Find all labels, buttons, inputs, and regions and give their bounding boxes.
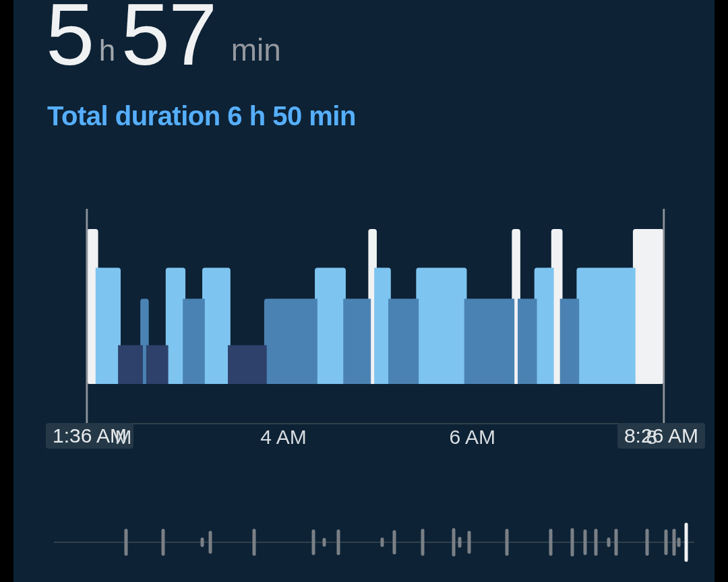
svg-rect-19	[549, 268, 554, 385]
svg-rect-18	[532, 299, 537, 385]
motion-marker	[672, 529, 675, 556]
svg-rect-17	[518, 299, 523, 385]
motion-marker	[505, 529, 508, 556]
svg-rect-21	[574, 299, 580, 385]
motion-marker	[458, 537, 462, 548]
motion-marker	[393, 530, 396, 554]
svg-rect-2	[138, 346, 143, 385]
motion-current-marker[interactable]	[685, 523, 688, 562]
stage-segment	[466, 299, 512, 385]
minutes-unit: min	[231, 32, 281, 67]
motion-marker	[252, 529, 255, 556]
svg-rect-9	[312, 299, 317, 385]
stage-segment	[391, 299, 417, 385]
hours-value: 5	[46, 0, 93, 84]
svg-rect-15	[464, 299, 470, 385]
motion-marker	[595, 529, 598, 556]
sleep-stage-chart[interactable]	[59, 202, 700, 424]
hours-unit: h	[99, 34, 115, 67]
motion-marker	[380, 538, 384, 547]
stage-segment	[166, 268, 185, 385]
x-axis-tick: 6 AM	[450, 426, 495, 449]
svg-rect-16	[510, 299, 515, 385]
svg-rect-5	[183, 299, 188, 385]
svg-rect-22	[630, 268, 636, 385]
stage-segment	[231, 346, 264, 385]
svg-rect-4	[163, 346, 169, 385]
motion-marker	[615, 529, 618, 556]
x-axis-tick: M	[115, 426, 132, 449]
end-time-chip: 8:26 AM	[617, 423, 705, 449]
svg-rect-13	[388, 299, 394, 385]
svg-rect-7	[228, 346, 233, 385]
stage-segment	[633, 229, 664, 384]
motion-marker	[549, 529, 552, 556]
sleep-score-headline: 5 h 57 min	[46, 0, 281, 85]
svg-rect-0	[96, 268, 101, 385]
svg-rect-1	[118, 346, 123, 385]
motion-strip-axis	[54, 542, 694, 543]
x-axis: 1:36 AM 8:26 AM M4 AM6 AM8	[59, 426, 700, 450]
motion-marker	[571, 528, 574, 556]
motion-marker	[646, 529, 649, 556]
svg-rect-20	[560, 299, 566, 385]
motion-marker	[322, 538, 326, 547]
sleep-stage-svg	[59, 202, 700, 424]
svg-rect-10	[343, 299, 348, 385]
stage-segment	[416, 268, 466, 385]
stage-segment	[315, 268, 346, 385]
minutes-value: 57	[121, 0, 216, 84]
sleep-stage-panel: 5 h 57 min Total duration 6 h 50 min 1:3…	[13, 0, 715, 582]
motion-marker	[665, 529, 668, 555]
svg-rect-14	[414, 299, 419, 385]
svg-rect-12	[374, 268, 380, 385]
svg-rect-11	[366, 299, 371, 385]
motion-marker	[452, 528, 456, 556]
motion-marker	[208, 531, 212, 554]
motion-marker	[336, 529, 340, 555]
motion-marker	[677, 538, 680, 547]
stage-segment	[264, 299, 315, 385]
x-axis-tick: 8	[646, 426, 657, 449]
motion-marker	[583, 529, 586, 555]
motion-marker	[201, 538, 204, 547]
total-duration-label: Total duration 6 h 50 min	[47, 101, 356, 131]
motion-marker	[468, 531, 471, 554]
motion-marker	[607, 538, 610, 547]
svg-rect-3	[146, 346, 152, 385]
motion-marker	[421, 529, 424, 556]
motion-marker	[124, 529, 127, 556]
stage-segment	[576, 268, 633, 385]
x-axis-tick: 4 AM	[260, 426, 306, 449]
svg-rect-6	[200, 299, 205, 385]
stage-segment	[346, 299, 368, 385]
stage-segment	[121, 346, 140, 385]
motion-marker	[311, 529, 315, 555]
svg-rect-8	[262, 346, 267, 385]
stage-segment	[98, 268, 121, 385]
motion-marker	[162, 529, 165, 556]
stage-segment	[202, 268, 231, 385]
motion-strip[interactable]	[54, 519, 694, 566]
